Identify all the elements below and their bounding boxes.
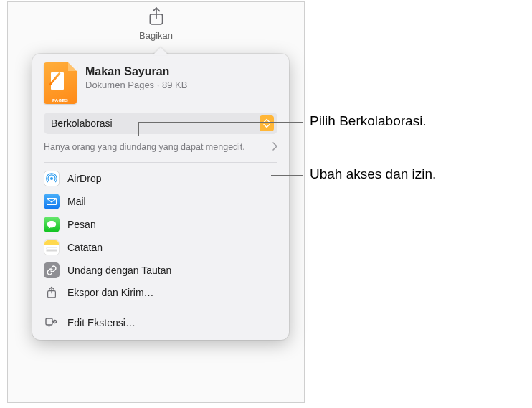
share-option-messages[interactable]: Pesan (32, 213, 289, 236)
share-option-airdrop[interactable]: AirDrop (32, 167, 289, 190)
callout-leader-line (138, 122, 303, 123)
share-icon[interactable] (147, 6, 166, 29)
divider (44, 162, 277, 163)
share-label: Bagikan (139, 30, 173, 41)
collaborate-mode-label: Berkolaborasi (51, 118, 113, 129)
main-window: Bagikan PAGES Makan Sayuran Dokumen Page… (7, 1, 305, 403)
callout-leader-line (138, 122, 139, 136)
svg-rect-4 (46, 318, 52, 325)
pages-document-icon: PAGES (44, 62, 77, 104)
document-title: Makan Sayuran (85, 62, 187, 78)
share-option-invite-link[interactable]: Undang dengan Tautan (32, 259, 289, 282)
chevron-right-icon (272, 141, 277, 153)
share-option-export-send[interactable]: Ekspor dan Kirim… (32, 282, 289, 303)
notes-icon (44, 239, 60, 255)
share-popover: PAGES Makan Sayuran Dokumen Pages · 89 K… (32, 54, 289, 340)
airdrop-icon (44, 171, 60, 186)
divider (44, 308, 277, 308)
popover-caret (153, 47, 168, 55)
document-subtitle: Dokumen Pages · 89 KB (85, 80, 187, 90)
share-options-list: AirDrop Mail Pesan (32, 164, 289, 306)
callout-leader-line (271, 175, 303, 176)
toolbar: Bagikan (8, 2, 304, 41)
messages-icon (44, 217, 60, 232)
callout-collaborate: Pilih Berkolaborasi. (310, 113, 427, 129)
share-option-mail[interactable]: Mail (32, 190, 289, 213)
extensions-icon (44, 316, 60, 329)
mail-icon (44, 194, 60, 209)
edit-extensions[interactable]: Edit Ekstensi… (32, 313, 289, 333)
svg-point-1 (50, 177, 53, 180)
export-icon (44, 285, 60, 300)
callout-permissions: Ubah akses dan izin. (310, 166, 436, 182)
share-option-notes[interactable]: Catatan (32, 236, 289, 259)
document-header: PAGES Makan Sayuran Dokumen Pages · 89 K… (32, 62, 289, 113)
permissions-text: Hanya orang yang diundang yang dapat men… (44, 141, 245, 153)
link-icon (44, 262, 60, 278)
collaborate-mode-select[interactable]: Berkolaborasi (44, 113, 277, 134)
permissions-row[interactable]: Hanya orang yang diundang yang dapat men… (32, 138, 289, 161)
updown-chevron-icon (260, 115, 274, 131)
